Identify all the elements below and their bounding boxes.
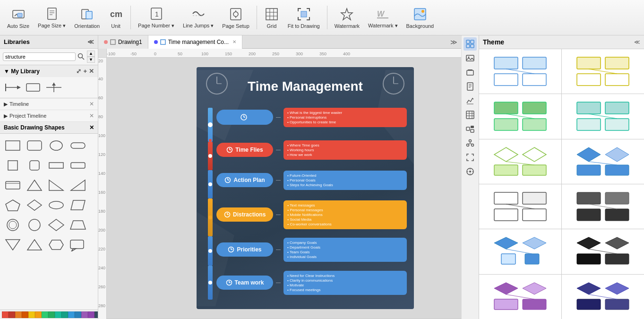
shape-right-triangle[interactable] xyxy=(46,176,66,194)
search-input[interactable] xyxy=(3,52,76,61)
shape-square[interactable] xyxy=(3,156,23,174)
shape-circle2[interactable] xyxy=(25,216,44,234)
shape-hexagon[interactable] xyxy=(46,236,66,254)
color-amber[interactable] xyxy=(35,311,42,318)
collapse-libraries-button[interactable]: ≪ xyxy=(87,38,94,45)
color-dark-red[interactable] xyxy=(9,311,15,318)
my-library-close-button[interactable]: ✕ xyxy=(89,68,94,75)
color-dark-orange[interactable] xyxy=(22,311,28,318)
theme-4[interactable] xyxy=(562,94,644,138)
tab-drawing1[interactable]: Drawing1 xyxy=(98,35,148,49)
theme-9[interactable] xyxy=(479,229,561,274)
layers-panel-icon[interactable] xyxy=(464,66,477,79)
watermark-button[interactable]: W Watermark ▾ xyxy=(365,2,401,33)
theme-6[interactable] xyxy=(562,139,644,184)
shape-down-triangle[interactable] xyxy=(25,236,44,254)
theme-5[interactable] xyxy=(479,139,561,184)
shape-rectangle[interactable] xyxy=(3,137,23,155)
shape-double-circle[interactable] xyxy=(3,216,23,234)
diagram-row-6[interactable]: Team work • Need for Clear Instructions … xyxy=(216,267,407,299)
shape-banner[interactable] xyxy=(3,176,23,194)
diagram-row-4[interactable]: Distractions • Text messages • Personal … xyxy=(216,197,407,233)
shape-up-triangle[interactable] xyxy=(3,236,23,254)
shape-triangle[interactable] xyxy=(25,176,44,194)
my-library-shape-2[interactable] xyxy=(25,81,42,94)
theme-12[interactable] xyxy=(562,275,644,319)
canvas[interactable]: Time Management xyxy=(107,58,461,319)
diagram-row-2[interactable]: Time Flies • Where Time goes • Working h… xyxy=(216,136,407,164)
shape-rounded-rect[interactable] xyxy=(25,137,44,155)
effects-button[interactable]: Watermark xyxy=(331,2,363,33)
theme-10[interactable] xyxy=(562,229,644,274)
scroll-down-button[interactable]: ▼ xyxy=(87,57,95,63)
diagram-row-3[interactable]: Action Plan • Future-Oriented • Personal… xyxy=(216,166,407,194)
orientation-button[interactable]: Orientation xyxy=(71,2,103,33)
my-library-export-button[interactable]: ⤢ xyxy=(76,68,81,75)
theme-3[interactable] xyxy=(479,94,561,138)
timeline-close-button[interactable]: ✕ xyxy=(89,101,94,107)
analytics-panel-icon[interactable] xyxy=(464,94,477,107)
document-panel-icon[interactable] xyxy=(464,80,477,93)
line-jumps-button[interactable]: Line Jumps ▾ xyxy=(180,2,217,33)
unit-button[interactable]: cm Unit xyxy=(105,2,127,33)
basic-shapes-header[interactable]: Basic Drawing Shapes ✕ xyxy=(0,122,98,134)
tab-expand-button[interactable]: ≫ xyxy=(447,38,461,46)
color-dark-purple[interactable] xyxy=(88,311,94,318)
page-size-button[interactable]: Page Size ▾ xyxy=(34,2,69,33)
my-library-shape-1[interactable] xyxy=(4,81,21,94)
theme-2[interactable] xyxy=(562,49,644,94)
color-red[interactable] xyxy=(2,311,9,318)
shape-diamond[interactable] xyxy=(25,196,44,214)
table-panel-icon[interactable] xyxy=(464,108,477,121)
theme-11[interactable] xyxy=(479,275,561,319)
color-dark-blue[interactable] xyxy=(75,311,81,318)
shape-parallelogram[interactable] xyxy=(68,196,88,214)
color-dark-green[interactable] xyxy=(48,311,55,318)
my-library-add-button[interactable]: + xyxy=(83,68,87,75)
background-button[interactable]: Background xyxy=(403,2,438,33)
theme-1[interactable] xyxy=(479,49,561,94)
shape-callout[interactable] xyxy=(68,236,88,254)
page-number-button[interactable]: 1 Page Number ▾ xyxy=(135,2,178,33)
diagram-row-1[interactable]: • What is the biggest time waster • Pers… xyxy=(216,101,407,133)
grid-button[interactable]: Grid xyxy=(261,2,283,33)
color-teal[interactable] xyxy=(55,311,61,318)
theme-8[interactable] xyxy=(562,184,644,229)
color-orange[interactable] xyxy=(15,311,22,318)
search-icon[interactable] xyxy=(77,53,85,60)
theme-panel-icon[interactable] xyxy=(464,37,477,51)
color-dark-teal[interactable] xyxy=(61,311,68,318)
shape-left-triangle[interactable] xyxy=(68,176,88,194)
shape-pentagon[interactable] xyxy=(3,196,23,214)
tab-time-management[interactable]: Time management Co... ✕ xyxy=(148,35,242,49)
shape-rounded-wide[interactable] xyxy=(68,156,88,174)
snap-panel-icon[interactable] xyxy=(464,165,477,178)
color-blue[interactable] xyxy=(68,311,75,318)
shape-rounded-square[interactable] xyxy=(25,156,44,174)
shape-ellipse[interactable] xyxy=(46,196,66,214)
color-purple[interactable] xyxy=(81,311,88,318)
auto-size-button[interactable]: Auto Size xyxy=(4,2,33,33)
my-library-header[interactable]: ▼ My Library ⤢ + ✕ xyxy=(0,65,98,77)
theme-expand-button[interactable]: ≪ xyxy=(634,39,640,45)
page-setup-button[interactable]: Page Setup xyxy=(219,2,253,33)
my-library-shape-3[interactable] xyxy=(45,81,62,94)
project-timeline-close-button[interactable]: ✕ xyxy=(89,112,94,119)
diagram-row-5[interactable]: Priorities • Company Goals • Department … xyxy=(216,235,407,264)
color-yellow[interactable] xyxy=(28,311,35,318)
timeline-section[interactable]: ▶ Timeline ✕ xyxy=(0,98,98,110)
shape-wide-rect[interactable] xyxy=(46,156,66,174)
shape-circle[interactable] xyxy=(46,137,66,155)
fit-to-drawing-button[interactable]: Fit to Drawing xyxy=(284,2,323,33)
component-panel-icon[interactable] xyxy=(464,122,477,136)
fit-panel-icon[interactable] xyxy=(464,151,477,164)
tab-close-button[interactable]: ✕ xyxy=(232,39,236,44)
color-navy[interactable] xyxy=(94,311,98,318)
theme-7[interactable] xyxy=(479,184,561,229)
basic-shapes-close-button[interactable]: ✕ xyxy=(89,124,94,131)
shape-rhombus[interactable] xyxy=(46,216,66,234)
scroll-up-button[interactable]: ▲ xyxy=(87,51,95,57)
time-management-diagram[interactable]: Time Management xyxy=(197,67,414,309)
color-green[interactable] xyxy=(42,311,48,318)
group-panel-icon[interactable] xyxy=(464,137,477,150)
